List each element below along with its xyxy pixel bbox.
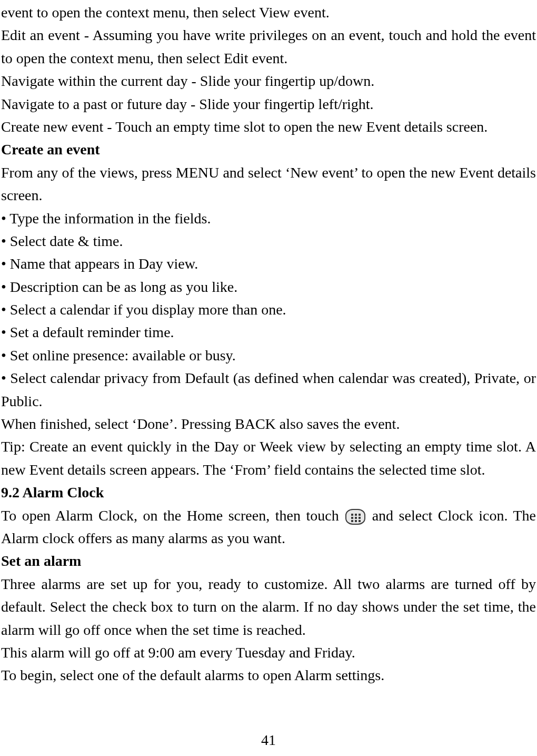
bullet-item: • Set a default reminder time. <box>1 321 536 343</box>
bullet-item: • Select a calendar if you display more … <box>1 298 536 321</box>
body-text: From any of the views, press MENU and se… <box>1 161 536 207</box>
section-heading: Set an alarm <box>1 549 536 572</box>
section-heading: Create an event <box>1 138 536 161</box>
body-text-with-icon: To open Alarm Clock, on the Home screen,… <box>1 504 536 550</box>
body-text: Three alarms are set up for you, ready t… <box>1 573 536 641</box>
document-page: event to open the context menu, then sel… <box>0 0 537 687</box>
bullet-item: • Set online presence: available or busy… <box>1 344 536 367</box>
body-text: Navigate within the current day - Slide … <box>1 70 536 92</box>
body-text: This alarm will go off at 9:00 am every … <box>1 641 536 664</box>
page-number: 41 <box>0 732 537 749</box>
body-text-fragment: To open Alarm Clock, on the Home screen,… <box>1 507 344 524</box>
apps-grid-icon <box>345 509 365 525</box>
body-text: Create new event - Touch an empty time s… <box>1 115 536 138</box>
body-text: When finished, select ‘Done’. Pressing B… <box>1 413 536 435</box>
body-text: Tip: Create an event quickly in the Day … <box>1 435 536 481</box>
section-heading: 9.2 Alarm Clock <box>1 481 536 504</box>
bullet-item: • Type the information in the fields. <box>1 207 536 230</box>
bullet-item: • Select calendar privacy from Default (… <box>1 367 536 413</box>
body-text: event to open the context menu, then sel… <box>1 1 536 24</box>
bullet-item: • Description can be as long as you like… <box>1 276 536 298</box>
body-text: To begin, select one of the default alar… <box>1 664 536 686</box>
bullet-item: • Name that appears in Day view. <box>1 252 536 275</box>
body-text: Navigate to a past or future day - Slide… <box>1 93 536 115</box>
body-text: Edit an event - Assuming you have write … <box>1 24 536 70</box>
bullet-item: • Select date & time. <box>1 230 536 252</box>
